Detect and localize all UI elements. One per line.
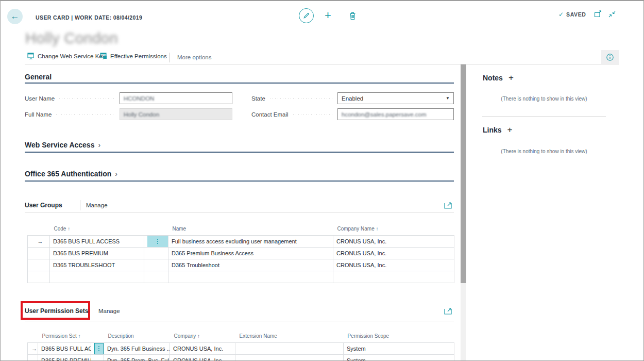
back-button[interactable]: ← — [7, 9, 23, 24]
table-row[interactable]: → D365 BUS FULL ACCESS Full business acc… — [28, 235, 454, 247]
select-column-header — [28, 223, 50, 235]
user-name-value: HCONDON — [124, 95, 154, 102]
ellipsis-icon — [157, 239, 158, 244]
web-service-access-underline — [25, 152, 454, 153]
row-arrow-icon: → — [38, 238, 43, 244]
permission-scope-cell[interactable]: System — [344, 342, 454, 354]
state-select[interactable]: Enabled ▼ — [337, 92, 454, 104]
row-menu-cell[interactable] — [144, 235, 168, 247]
save-status: ✓ SAVED — [558, 11, 586, 18]
code-column-header[interactable]: Code ↑ — [50, 223, 144, 235]
delete-button[interactable] — [349, 11, 357, 20]
company-cell[interactable]: CRONUS USA, Inc. — [170, 342, 235, 354]
links-title[interactable]: Links — [483, 126, 502, 134]
permission-set-cell[interactable]: D365 BUS PREMIUM — [38, 354, 91, 361]
permission-set-column-header[interactable]: Permission Set ↑ — [38, 330, 91, 342]
table-row[interactable]: D365 TROUBLESHOOT D365 Troubleshoot CRON… — [28, 259, 454, 271]
add-note-button[interactable]: + — [509, 73, 514, 83]
description-column-header[interactable]: Description — [104, 330, 170, 342]
company-cell[interactable]: CRONUS USA, Inc. — [333, 247, 454, 259]
user-name-input[interactable]: HCONDON — [120, 92, 232, 104]
edit-button[interactable] — [299, 8, 314, 23]
effective-permissions-button[interactable]: Effective Permissions — [100, 53, 167, 59]
new-button[interactable]: + — [325, 10, 331, 21]
effective-permissions-label: Effective Permissions — [110, 53, 167, 59]
permission-scope-cell[interactable]: System — [344, 354, 454, 361]
collapse-button[interactable] — [608, 11, 616, 18]
user-groups-focus-button[interactable] — [444, 202, 452, 209]
select-column-header — [28, 330, 38, 342]
pencil-icon — [302, 12, 310, 20]
scrollbar-thumb[interactable] — [461, 64, 466, 283]
full-name-label: Full Name — [25, 111, 52, 118]
code-cell[interactable]: D365 TROUBLESHOOT — [50, 259, 144, 271]
dotted-leader — [56, 114, 115, 115]
description-cell[interactable]: Dyn. 365 Prem. Bus. Ful... — [104, 354, 170, 361]
more-options-button[interactable]: More options — [177, 54, 211, 60]
chevron-right-icon: › — [98, 141, 100, 149]
ellipsis-icon — [98, 346, 99, 351]
company-cell[interactable]: CRONUS USA, Inc. — [170, 354, 235, 361]
row-menu-cell[interactable] — [91, 342, 104, 354]
user-groups-header-row: Code ↑ Name Company Name ↑ — [28, 223, 454, 235]
office-365-authentication-label: Office 365 Authentication — [25, 170, 111, 178]
table-row[interactable]: → D365 BUS FULL AC... Dyn. 365 Full Busi… — [28, 342, 454, 354]
permission-scope-column-header[interactable]: Permission Scope — [344, 330, 454, 342]
name-cell[interactable] — [168, 271, 333, 283]
description-cell[interactable]: Dyn. 365 Full Business ... — [104, 342, 170, 354]
add-link-button[interactable]: + — [507, 125, 513, 135]
user-permission-sets-table: Permission Set ↑ Description Company ↑ E… — [27, 330, 454, 361]
saved-label: SAVED — [566, 11, 586, 18]
table-row[interactable]: D365 BUS PREMIUM D365 Premium Business A… — [28, 247, 454, 259]
user-permission-sets-manage-button[interactable]: Manage — [98, 308, 120, 314]
name-cell[interactable]: D365 Troubleshoot — [168, 259, 333, 271]
web-service-access-label: Web Service Access — [25, 141, 94, 149]
code-cell[interactable]: D365 BUS PREMIUM — [50, 247, 144, 259]
page-title: Holly Condon — [25, 30, 118, 47]
office-365-authentication-underline — [25, 180, 454, 182]
user-permission-sets-title[interactable]: User Permission Sets — [25, 307, 88, 315]
row-arrow-icon: → — [31, 346, 37, 352]
chevron-right-icon: › — [115, 170, 117, 178]
notes-title[interactable]: Notes — [483, 74, 503, 82]
full-name-input: Holly Condon — [120, 108, 232, 120]
web-service-access-section[interactable]: Web Service Access› — [25, 141, 100, 149]
state-label: State — [251, 95, 265, 102]
code-cell[interactable] — [50, 271, 144, 283]
company-cell[interactable]: CRONUS USA, Inc. — [333, 259, 454, 271]
office-365-authentication-section[interactable]: Office 365 Authentication› — [25, 170, 117, 178]
table-row[interactable]: D365 BUS PREMIUM Dyn. 365 Prem. Bus. Ful… — [28, 354, 454, 361]
focus-mode-icon — [444, 202, 452, 209]
company-column-header[interactable]: Company ↑ — [170, 330, 235, 342]
info-button[interactable] — [601, 50, 619, 64]
user-permission-sets-focus-button[interactable] — [444, 307, 452, 315]
company-name-column-header[interactable]: Company Name ↑ — [333, 223, 454, 235]
name-column-header[interactable]: Name — [168, 223, 333, 235]
table-row-empty[interactable] — [28, 271, 454, 283]
effective-permissions-icon — [100, 53, 107, 59]
extension-name-column-header[interactable]: Extension Name — [235, 330, 344, 342]
general-section-heading[interactable]: General — [25, 73, 52, 81]
contact-email-value: hcondon@sales.papersave.com — [342, 111, 426, 118]
user-groups-divider — [25, 212, 454, 212]
code-cell[interactable]: D365 BUS FULL ACCESS — [50, 235, 144, 247]
company-cell[interactable] — [333, 271, 454, 283]
factbox-divider — [482, 117, 606, 117]
open-in-new-window-icon — [594, 10, 602, 18]
name-cell[interactable]: Full business access excluding user mana… — [168, 235, 333, 247]
breadcrumb: USER CARD | WORK DATE: 08/04/2019 — [36, 14, 142, 21]
open-in-new-window-button[interactable] — [594, 10, 602, 18]
change-web-service-key-button[interactable]: Change Web Service Key — [27, 53, 105, 59]
name-cell[interactable]: D365 Premium Business Access — [168, 247, 333, 259]
extension-name-cell[interactable] — [235, 354, 344, 361]
user-groups-manage-button[interactable]: Manage — [86, 202, 108, 208]
contact-email-input[interactable]: hcondon@sales.papersave.com — [337, 108, 454, 120]
change-web-service-key-label: Change Web Service Key — [38, 53, 105, 59]
company-cell[interactable]: CRONUS USA, Inc. — [333, 235, 454, 247]
notes-empty-message: (There is nothing to show in this view) — [482, 96, 606, 102]
extension-name-cell[interactable] — [235, 342, 344, 354]
permission-set-cell[interactable]: D365 BUS FULL AC... — [38, 342, 91, 354]
user-groups-title[interactable]: User Groups — [25, 202, 62, 209]
user-groups-separator — [80, 200, 80, 210]
dotted-leader — [270, 98, 333, 99]
